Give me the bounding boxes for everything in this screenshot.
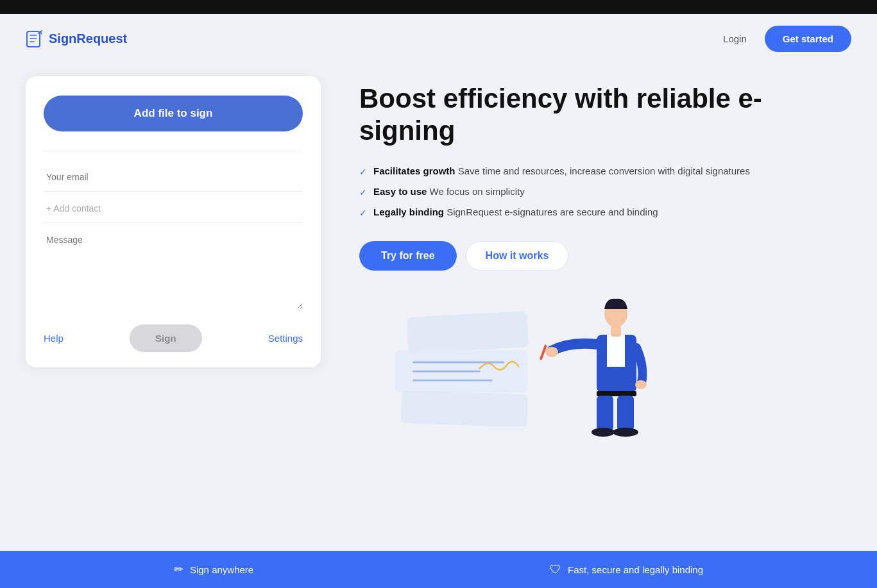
footer-left: ✏ Sign anywhere [174,562,253,576]
hero-content: Boost efficiency with reliable e-signing… [346,76,851,437]
feature-bold-1: Facilitates growth [373,165,456,176]
logo-text: SignRequest [49,31,127,46]
form-card: Add file to sign + Add contact Help Sign… [26,76,321,367]
footer: ✏ Sign anywhere 🛡 Fast, secure and legal… [0,551,877,588]
features-list: ✓ Facilitates growth Save time and resou… [359,165,851,218]
illustration-section [359,290,851,437]
footer-right-text: Fast, secure and legally binding [568,564,703,575]
svg-rect-15 [617,396,634,431]
form-divider [44,151,303,151]
add-contact-label: + Add contact [46,203,101,214]
svg-rect-9 [607,335,625,367]
settings-button[interactable]: Settings [268,333,303,344]
help-button[interactable]: Help [44,333,64,344]
svg-rect-14 [597,396,613,431]
footer-right: 🛡 Fast, secure and legally binding [550,563,703,576]
nav-right: Login Get started [715,26,851,52]
check-icon-2: ✓ [359,187,367,197]
svg-rect-6 [401,390,529,426]
doc-stack [359,298,552,429]
footer-left-text: Sign anywhere [190,564,253,575]
header: SignRequest Login Get started [0,14,877,63]
hero-title: Boost efficiency with reliable e-signing [359,83,851,147]
login-button[interactable]: Login [715,28,754,49]
svg-rect-10 [597,391,636,396]
top-bar [0,0,877,14]
email-input[interactable] [44,163,303,192]
svg-point-16 [592,428,615,437]
feature-text-3: Legally binding SignRequest e-signatures… [373,206,658,217]
feature-item-2: ✓ Easy to use We focus on simplicity [359,186,851,197]
feature-desc-2: We focus on simplicity [430,186,525,197]
svg-rect-1 [407,311,529,353]
sign-button[interactable]: Sign [130,324,202,352]
svg-point-13 [635,380,647,389]
feature-text-2: Easy to use We focus on simplicity [373,186,525,197]
feature-text-1: Facilitates growth Save time and resourc… [373,165,750,176]
how-it-works-button[interactable]: How it works [466,241,569,271]
feature-bold-3: Legally binding [373,206,444,217]
svg-point-17 [613,428,638,437]
feature-bold-2: Easy to use [373,186,427,197]
add-contact[interactable]: + Add contact [44,194,303,223]
check-icon-1: ✓ [359,167,367,177]
svg-rect-0 [27,31,40,47]
cta-buttons: Try for free How it works [359,241,851,271]
feature-item-1: ✓ Facilitates growth Save time and resou… [359,165,851,177]
try-free-button[interactable]: Try for free [359,241,457,271]
get-started-button[interactable]: Get started [765,26,851,52]
pencil-icon: ✏ [174,562,183,576]
message-textarea[interactable] [44,226,303,309]
shield-icon: 🛡 [550,563,561,576]
form-footer: Help Sign Settings [44,319,303,352]
doc-illustration-svg [359,298,552,426]
feature-item-3: ✓ Legally binding SignRequest e-signatur… [359,206,851,218]
logo[interactable]: SignRequest [26,30,127,48]
content-area: Add file to sign + Add contact Help Sign… [0,63,877,457]
feature-desc-3: SignRequest e-signatures are secure and … [447,206,658,217]
logo-icon [26,30,44,48]
person-illustration [532,290,661,437]
main-wrapper: SignRequest Login Get started Add file t… [0,14,877,551]
feature-desc-1: Save time and resources, increase conver… [458,165,750,176]
svg-rect-18 [611,325,621,337]
check-icon-3: ✓ [359,208,367,218]
add-file-button[interactable]: Add file to sign [44,96,303,131]
